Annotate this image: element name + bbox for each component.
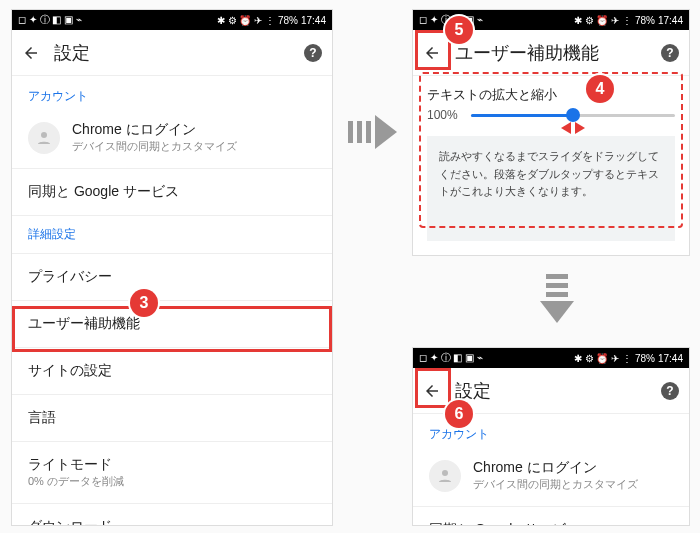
login-secondary: デバイス間の同期とカスタマイズ <box>72 139 237 154</box>
login-row[interactable]: Chrome にログイン デバイス間の同期とカスタマイズ <box>413 449 689 506</box>
item-privacy[interactable]: プライバシー <box>12 253 332 300</box>
avatar-icon <box>429 460 461 492</box>
callout-6: 6 <box>445 400 473 428</box>
callout-4: 4 <box>586 75 614 103</box>
flow-arrow-right-icon <box>348 115 397 149</box>
callout-3: 3 <box>130 289 158 317</box>
page-title: 設定 <box>54 41 290 65</box>
item-downloads[interactable]: ダウンロード <box>12 503 332 525</box>
text-size-slider[interactable] <box>471 114 675 117</box>
login-primary: Chrome にログイン <box>473 459 638 477</box>
item-language[interactable]: 言語 <box>12 394 332 441</box>
flow-arrow-down-icon <box>540 274 574 323</box>
drag-arrows-icon <box>561 122 585 134</box>
phone-settings: ◻ ✦ ⓘ ◧ ▣ ⌁ ✱ ⚙ ⏰ ✈ ⋮ 78%17:44 設定 ? アカウン… <box>12 10 332 525</box>
slider-label: テキストの拡大と縮小 <box>427 86 675 104</box>
account-label: アカウント <box>12 76 332 111</box>
help-icon[interactable]: ? <box>304 44 322 62</box>
callout-5: 5 <box>445 16 473 44</box>
item-sync[interactable]: 同期と Google サービス <box>413 506 689 525</box>
svg-point-1 <box>442 470 448 476</box>
status-bar: ◻ ✦ ⓘ ◧ ▣ ⌁ ✱ ⚙ ⏰ ✈ ⋮ 78%17:44 <box>413 348 689 368</box>
item-site[interactable]: サイトの設定 <box>12 347 332 394</box>
slider-value: 100% <box>427 108 463 122</box>
section-advanced[interactable]: 詳細設定 <box>12 215 332 253</box>
back-icon[interactable] <box>22 44 40 62</box>
help-icon[interactable]: ? <box>661 44 679 62</box>
slider-hint: 読みやすくなるまでスライダをドラッグしてください。段落をダブルタップするとテキス… <box>427 136 675 241</box>
login-secondary: デバイス間の同期とカスタマイズ <box>473 477 638 492</box>
phone-settings-return: ◻ ✦ ⓘ ◧ ▣ ⌁ ✱ ⚙ ⏰ ✈ ⋮ 78%17:44 設定 ? アカウン… <box>413 348 689 525</box>
page-title: 設定 <box>455 379 647 403</box>
back-icon[interactable] <box>423 382 441 400</box>
status-bar: ◻ ✦ ⓘ ◧ ▣ ⌁ ✱ ⚙ ⏰ ✈ ⋮ 78%17:44 <box>12 10 332 30</box>
phone-accessibility: ◻ ✦ ⓘ ◧ ▣ ⌁ ✱ ⚙ ⏰ ✈ ⋮ 78%17:44 ユーザー補助機能 … <box>413 10 689 255</box>
login-row[interactable]: Chrome にログイン デバイス間の同期とカスタマイズ <box>12 111 332 168</box>
help-icon[interactable]: ? <box>661 382 679 400</box>
avatar-icon <box>28 122 60 154</box>
page-title: ユーザー補助機能 <box>455 41 647 65</box>
login-primary: Chrome にログイン <box>72 121 237 139</box>
item-sync[interactable]: 同期と Google サービス <box>12 168 332 215</box>
back-icon[interactable] <box>423 44 441 62</box>
header: 設定 ? <box>12 30 332 76</box>
slider-thumb[interactable] <box>566 108 580 122</box>
svg-point-0 <box>41 132 47 138</box>
item-lightmode[interactable]: ライトモード 0% のデータを削減 <box>12 441 332 503</box>
item-accessibility[interactable]: ユーザー補助機能 <box>12 300 332 347</box>
